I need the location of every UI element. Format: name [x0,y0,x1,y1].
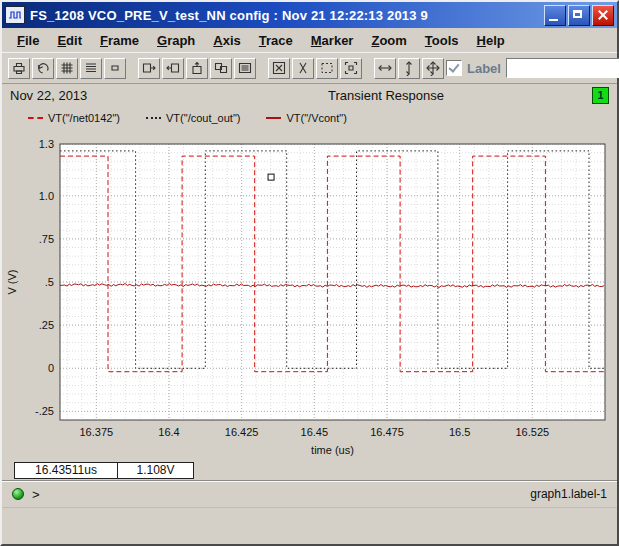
copy-up-button[interactable] [186,58,208,79]
minimize-button[interactable] [544,5,566,26]
zoom-x-button[interactable] [268,58,290,79]
legend-item-cout-out[interactable]: VT("/cout_out") [146,112,240,124]
subwindow-button[interactable] [104,58,126,79]
window-pair-icon [213,60,229,76]
y-tick-label: 1.3 [39,138,54,150]
pan-horizontal-button[interactable] [374,58,396,79]
strip-lines-icon [83,60,99,76]
check-icon [448,61,459,73]
strip-chart-icon [237,60,253,76]
zoom-fit-icon [343,60,359,76]
menu-zoom[interactable]: Zoom [362,31,415,50]
application-window: FS_1208 VCO_PRE_V_test_NN config : Nov 2… [0,0,619,546]
zoom-fit-button[interactable] [340,58,362,79]
legend-label: VT("/Vcont") [286,112,346,124]
menu-tools[interactable]: Tools [416,31,468,50]
maximize-icon [573,10,582,18]
waveform-svg[interactable]: 16.37516.416.42516.4516.47516.516.525-.2… [2,130,617,460]
x-tick-label: 16.475 [370,426,404,438]
pan-free-icon [425,60,441,76]
grid-button[interactable] [56,58,78,79]
date-label: Nov 22, 2013 [10,88,180,103]
print-icon [11,60,27,76]
copy-left-button[interactable] [162,58,184,79]
undo-button[interactable] [32,58,54,79]
marker-readout: 16.43511us 1.108V [2,460,617,480]
legend-label: VT("/net0142") [48,112,120,124]
marker-value-readout: 1.108V [118,462,194,479]
copy-up-icon [189,60,205,76]
label-checkbox[interactable] [446,60,462,76]
label-checkbox-text: Label [467,61,501,76]
waveform-chart[interactable]: 16.37516.416.42516.4516.47516.516.525-.2… [2,130,617,460]
y-tick-label: .75 [39,233,54,245]
strip-chart-button[interactable] [234,58,256,79]
window-pair-button[interactable] [210,58,232,79]
y-tick-label: .5 [45,276,54,288]
subwindow-icon [107,60,123,76]
x-tick-label: 16.375 [80,426,114,438]
label-group: Label [446,58,619,78]
menu-marker[interactable]: Marker [302,31,363,50]
maximize-button[interactable] [568,5,590,26]
copy-right-button[interactable] [138,58,160,79]
zoom-y-button[interactable] [292,58,314,79]
legend-label: VT("/cout_out") [166,112,240,124]
legend-bar: VT("/net0142") VT("/cout_out") VT("/Vcon… [2,106,617,130]
zoom-region-icon [319,60,335,76]
menu-graph[interactable]: Graph [148,31,204,50]
pan-horizontal-icon [377,60,393,76]
print-button[interactable] [8,58,30,79]
point-marker[interactable] [268,174,274,180]
legend-item-net0142[interactable]: VT("/net0142") [28,112,120,124]
graph-label: graph1.label-1 [530,487,607,501]
menu-trace[interactable]: Trace [250,31,302,50]
x-axis-label: time (us) [311,444,354,456]
x-tick-label: 16.5 [449,426,470,438]
grid-icon [59,60,75,76]
app-icon [5,6,25,24]
y-tick-label: 1.0 [39,190,54,202]
toolbar: Label [2,52,617,84]
marker-time-readout: 16.43511us [14,462,118,479]
trace-swatch [28,117,43,119]
strip-lines-button[interactable] [80,58,102,79]
graph-number-badge: 1 [592,87,609,104]
copy-right-icon [141,60,157,76]
pan-vertical-icon [401,60,417,76]
undo-icon [35,60,51,76]
window-title: FS_1208 VCO_PRE_V_test_NN config : Nov 2… [30,8,542,23]
zoom-x-icon [271,60,287,76]
zoom-region-button[interactable] [316,58,338,79]
y-tick-label: .25 [39,319,54,331]
command-prompt[interactable]: > [32,487,40,502]
menu-frame[interactable]: Frame [91,31,148,50]
menu-help[interactable]: Help [468,31,514,50]
x-tick-label: 16.4 [158,426,179,438]
trace-swatch [266,117,281,119]
close-button[interactable] [592,5,614,26]
menu-axis[interactable]: Axis [204,31,249,50]
menu-edit[interactable]: Edit [48,31,91,50]
legend-item-vcont[interactable]: VT("/Vcont") [266,112,346,124]
menu-file[interactable]: File [8,31,48,50]
trace-swatch [146,117,161,119]
y-tick-label: 0 [48,362,54,374]
pan-free-button[interactable] [422,58,444,79]
info-bar: Nov 22, 2013 Transient Response 1 [2,84,617,106]
minimize-icon [549,19,558,21]
menu-bar: File Edit Frame Graph Axis Trace Marker … [2,28,617,52]
copy-left-icon [165,60,181,76]
x-tick-label: 16.425 [225,426,259,438]
y-axis-label: V (V) [6,269,18,294]
status-bar: > graph1.label-1 [2,480,617,507]
pan-vertical-button[interactable] [398,58,420,79]
zoom-y-icon [295,60,311,76]
title-bar: FS_1208 VCO_PRE_V_test_NN config : Nov 2… [2,2,617,28]
x-tick-label: 16.525 [516,426,550,438]
status-led-icon [12,488,24,500]
label-input[interactable] [506,58,619,78]
plot-title: Transient Response [180,88,592,103]
x-tick-label: 16.45 [301,426,329,438]
y-tick-label: -.25 [35,405,54,417]
